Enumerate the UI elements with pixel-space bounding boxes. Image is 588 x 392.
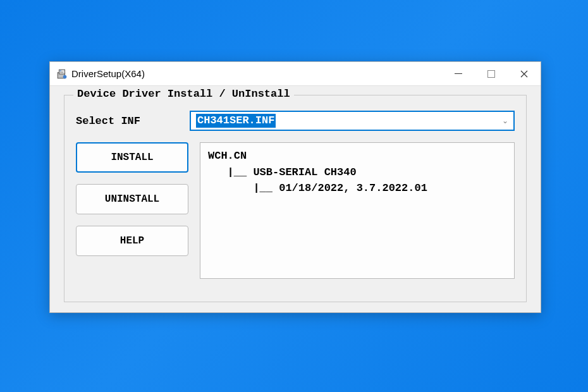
install-button[interactable]: INSTALL xyxy=(76,142,188,173)
app-window: DriverSetup(X64) Device Driver Install /… xyxy=(49,61,541,313)
info-line-3: |__ 01/18/2022, 3.7.2022.01 xyxy=(208,182,427,194)
button-column: INSTALL UNINSTALL HELP xyxy=(76,142,188,279)
group-legend: Device Driver Install / UnInstall xyxy=(73,88,294,100)
app-icon xyxy=(56,68,68,80)
window-title: DriverSetup(X64) xyxy=(71,68,442,79)
close-button[interactable] xyxy=(508,62,541,85)
client-area: Device Driver Install / UnInstall Select… xyxy=(50,86,541,315)
info-line-2: |__ USB-SERIAL CH340 xyxy=(208,166,357,178)
title-bar[interactable]: DriverSetup(X64) xyxy=(50,62,541,86)
lower-area: INSTALL UNINSTALL HELP WCH.CN |__ USB-SE… xyxy=(76,142,515,279)
svg-rect-3 xyxy=(60,71,64,72)
select-inf-row: Select INF CH341SER.INF ⌄ xyxy=(76,111,515,131)
window-controls xyxy=(442,62,541,85)
minimize-button[interactable] xyxy=(442,62,475,85)
maximize-button[interactable] xyxy=(475,62,508,85)
svg-point-4 xyxy=(63,75,67,78)
uninstall-button[interactable]: UNINSTALL xyxy=(76,184,188,214)
chevron-down-icon: ⌄ xyxy=(502,116,508,125)
close-icon xyxy=(520,70,528,78)
info-line-1: WCH.CN xyxy=(208,150,247,162)
help-button[interactable]: HELP xyxy=(76,226,188,256)
driver-groupbox: Device Driver Install / UnInstall Select… xyxy=(64,95,527,302)
driver-info-box: WCH.CN |__ USB-SERIAL CH340 |__ 01/18/20… xyxy=(200,142,515,279)
select-inf-label: Select INF xyxy=(76,115,190,127)
inf-selected-value: CH341SER.INF xyxy=(196,114,276,128)
inf-combobox[interactable]: CH341SER.INF ⌄ xyxy=(190,111,515,131)
svg-rect-2 xyxy=(60,70,61,71)
